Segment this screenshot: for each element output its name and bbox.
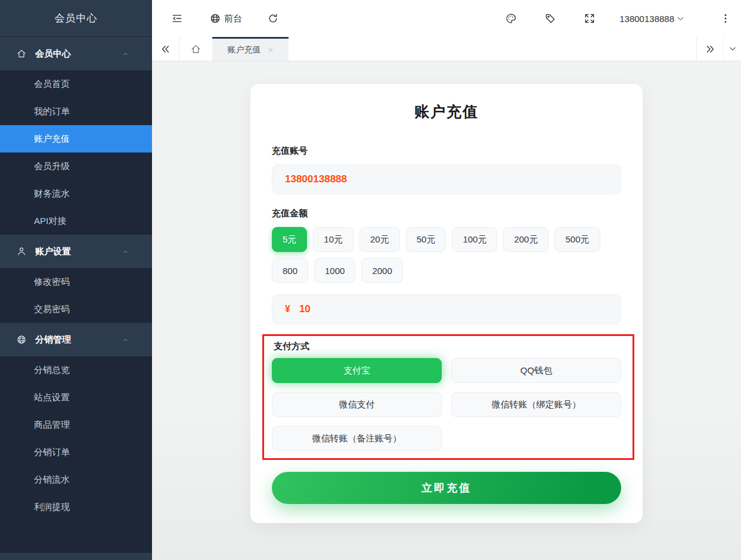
account-field-label: 充值账号	[272, 145, 621, 157]
sidebar-item[interactable]: 分销总览	[0, 356, 152, 384]
amount-option-button[interactable]: 50元	[406, 227, 447, 252]
chevron-up-icon	[122, 336, 129, 344]
refresh-icon	[267, 13, 279, 24]
recharge-submit-button[interactable]: 立即充值	[272, 472, 621, 504]
sidebar-group-0[interactable]: 会员中心	[0, 37, 152, 70]
sidebar-filler	[0, 521, 152, 553]
account-dropdown[interactable]: 13800138888	[619, 14, 685, 24]
tab-active[interactable]: 账户充值 ×	[212, 37, 289, 61]
sidebar-group-label: 会员中心	[35, 48, 71, 60]
payment-option-button[interactable]: 支付宝	[272, 358, 442, 383]
payment-annotation-box: 支付方式 支付宝QQ钱包微信支付微信转账（绑定账号）微信转账（备注账号）	[262, 334, 634, 460]
sidebar-item[interactable]: API对接	[0, 207, 152, 235]
globe-icon	[16, 334, 27, 345]
sidebar-title: 会员中心	[0, 0, 152, 37]
app-window: 会员中心 会员中心会员首页我的订单账户充值会员升级财务流水API对接账户设置修改…	[0, 0, 741, 560]
sidebar-collapse-button[interactable]	[171, 13, 183, 24]
amount-options: 5元10元20元50元100元200元500元80010002000	[272, 227, 621, 283]
collapse-icon	[171, 13, 183, 24]
sidebar-group-label: 分销管理	[35, 334, 71, 346]
sidebar-item[interactable]: 交易密码	[0, 295, 152, 323]
chevron-up-icon	[122, 248, 129, 256]
payment-option-button[interactable]: 微信转账（备注账号）	[272, 426, 442, 451]
payment-option-button[interactable]: 微信支付	[272, 392, 442, 417]
sidebar-group-1[interactable]: 账户设置	[0, 235, 152, 268]
account-input[interactable]: 13800138888	[272, 164, 621, 194]
sidebar-item[interactable]: 修改密码	[0, 268, 152, 295]
payment-option-button[interactable]: QQ钱包	[451, 358, 621, 383]
globe-icon	[209, 13, 221, 24]
amount-option-button[interactable]: 200元	[503, 227, 548, 252]
user-icon	[16, 246, 27, 257]
fullscreen-button[interactable]	[584, 13, 596, 24]
sidebar-item[interactable]: 分销流水	[0, 466, 152, 493]
sidebar-item[interactable]: 会员首页	[0, 70, 152, 98]
tab-active-label: 账户充值	[228, 45, 261, 55]
home-icon	[16, 48, 27, 59]
payment-option-button[interactable]: 微信转账（绑定账号）	[451, 392, 621, 417]
amount-option-button[interactable]: 5元	[272, 227, 307, 252]
close-icon[interactable]: ×	[268, 45, 274, 54]
recharge-card: 账户充值 充值账号 13800138888 充值金额 5元10元20元50元10…	[250, 84, 643, 523]
sidebar-item[interactable]: 商品管理	[0, 411, 152, 438]
tabs-scroll-right-button[interactable]	[697, 37, 723, 61]
amount-option-button[interactable]: 20元	[359, 227, 400, 252]
theme-button[interactable]	[505, 13, 517, 24]
sidebar-item[interactable]: 站点设置	[0, 384, 152, 411]
sidebar-group-label: 账户设置	[35, 246, 71, 257]
tabbar-spacer	[289, 37, 696, 61]
toolbar: 前台	[152, 0, 741, 37]
amount-input[interactable]: ¥ 10	[272, 294, 621, 324]
tabbar-right-controls	[696, 37, 741, 61]
amount-option-button[interactable]: 100元	[452, 227, 497, 252]
sidebar: 会员中心 会员中心会员首页我的订单账户充值会员升级财务流水API对接账户设置修改…	[0, 0, 152, 560]
account-input-value: 13800138888	[285, 173, 347, 185]
amount-input-value: 10	[299, 303, 311, 315]
front-site-label: 前台	[224, 13, 242, 24]
sidebar-item[interactable]: 利润提现	[0, 493, 152, 521]
sidebar-group-2[interactable]: 分销管理	[0, 323, 152, 356]
front-site-button[interactable]: 前台	[209, 13, 242, 24]
kebab-icon	[720, 13, 731, 24]
content-area: 账户充值 充值账号 13800138888 充值金额 5元10元20元50元10…	[152, 61, 741, 560]
toolbar-right: 13800138888	[505, 13, 734, 24]
chevrons-left-icon	[160, 44, 170, 54]
tag-button[interactable]	[544, 13, 556, 24]
sidebar-next-group-strip	[0, 553, 152, 560]
amount-option-button[interactable]: 800	[272, 258, 308, 283]
tab-home[interactable]	[179, 37, 212, 61]
amount-option-button[interactable]: 10元	[313, 227, 354, 252]
sidebar-nav: 会员中心会员首页我的订单账户充值会员升级财务流水API对接账户设置修改密码交易密…	[0, 37, 152, 521]
main-area: 前台	[152, 0, 741, 560]
sidebar-item[interactable]: 财务流水	[0, 180, 152, 207]
amount-option-button[interactable]: 500元	[554, 227, 600, 252]
tag-icon	[544, 13, 556, 24]
amount-field-label: 充值金额	[272, 208, 621, 219]
tabbar: 账户充值 ×	[152, 37, 741, 61]
chevron-up-icon	[122, 50, 129, 58]
sidebar-item[interactable]: 分销订单	[0, 438, 152, 466]
amount-option-button[interactable]: 1000	[314, 258, 355, 283]
palette-icon	[505, 13, 517, 24]
payment-field-label: 支付方式	[274, 341, 621, 352]
more-menu-button[interactable]	[720, 13, 731, 24]
currency-symbol: ¥	[285, 304, 290, 315]
fullscreen-icon	[584, 13, 596, 24]
page-title: 账户充值	[272, 99, 621, 122]
sidebar-item[interactable]: 我的订单	[0, 98, 152, 125]
caret-down-icon	[676, 14, 685, 23]
tabs-menu-button[interactable]	[723, 37, 741, 61]
sidebar-item[interactable]: 会员升级	[0, 153, 152, 180]
refresh-button[interactable]	[267, 13, 279, 24]
home-icon	[190, 43, 201, 55]
sidebar-item[interactable]: 账户充值	[0, 125, 152, 153]
caret-down-icon	[728, 45, 737, 53]
tabs-scroll-left-button[interactable]	[152, 37, 179, 61]
amount-option-button[interactable]: 2000	[361, 258, 402, 283]
payment-options: 支付宝QQ钱包微信支付微信转账（绑定账号）微信转账（备注账号）	[272, 358, 621, 451]
account-number: 13800138888	[619, 14, 674, 24]
chevrons-right-icon	[705, 44, 715, 54]
